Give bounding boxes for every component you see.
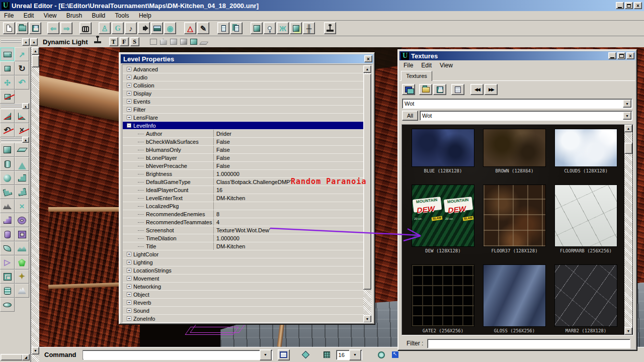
textures-minimize-button[interactable] xyxy=(608,52,616,59)
brush-snap-button[interactable] xyxy=(0,89,15,104)
open-cube-brush-button[interactable] xyxy=(15,227,29,241)
expand-plus-icon[interactable]: + xyxy=(127,252,131,256)
command-combo[interactable]: ▼ xyxy=(83,350,273,360)
split-clip-button[interactable] xyxy=(15,109,29,123)
prop-value[interactable]: Texture'Wot.Wot.Dew' xyxy=(213,226,364,234)
prop-value[interactable]: False xyxy=(213,154,364,161)
prop-row-localizedpkg[interactable]: LocalizedPkg xyxy=(123,202,364,210)
tree-group-filter[interactable]: +Filter xyxy=(123,106,364,114)
actor-move-button[interactable]: ↗ xyxy=(15,47,29,61)
tree-group-object[interactable]: +Object xyxy=(123,291,364,299)
new-map-button[interactable] xyxy=(3,22,15,34)
prop-row-bneverprecache[interactable]: bNeverPrecacheFalse xyxy=(123,162,364,170)
add-brush-button[interactable] xyxy=(251,22,263,34)
textures-close-button[interactable]: × xyxy=(626,52,634,59)
hollow-cube-brush-button[interactable] xyxy=(0,269,15,284)
vscroll-up-button[interactable]: ▲ xyxy=(32,47,39,55)
texture-thumbnail-marb2[interactable] xyxy=(554,264,617,327)
stairs2-brush-button[interactable] xyxy=(0,213,15,227)
texture-thumbnail-floor37[interactable] xyxy=(483,185,546,247)
prop-value[interactable] xyxy=(213,202,364,210)
texture-tile-dew[interactable]: MOUNTAIN DEW SLAM 20 oz. MOUNTAIN DEW SL… xyxy=(412,185,474,253)
tree-group-events[interactable]: +Events xyxy=(123,98,364,106)
volcano-brush-button[interactable] xyxy=(0,199,15,213)
curved-sheet-brush-button[interactable] xyxy=(0,241,15,255)
prop-row-screenshot[interactable]: ScreenshotTexture'Wot.Wot.Dew' xyxy=(123,226,364,234)
tex-scroll-thumb[interactable] xyxy=(624,143,632,154)
script-editor-button[interactable]: G xyxy=(112,22,124,34)
save-map-button[interactable] xyxy=(29,22,41,34)
dialog-close-button[interactable]: × xyxy=(364,55,372,62)
front-view-button[interactable]: F xyxy=(120,37,129,46)
wireframe-view-icon[interactable] xyxy=(150,39,157,45)
command-dropdown-icon[interactable]: ▼ xyxy=(260,349,272,360)
torus-brush-button[interactable] xyxy=(15,213,29,227)
scene-manager-button[interactable] xyxy=(151,22,163,34)
cylinder-brush-button[interactable] xyxy=(0,157,15,171)
expand-plus-icon[interactable]: + xyxy=(127,268,131,273)
grid-size-select[interactable]: 16 ▼ xyxy=(336,350,362,360)
rotation-grid-button[interactable] xyxy=(375,349,387,360)
tex-menu-edit[interactable]: Edit xyxy=(417,61,436,70)
tree-group-levelinfo[interactable]: -LevelInfo xyxy=(123,122,364,130)
vscroll-thumb[interactable] xyxy=(32,55,39,67)
log-window-button[interactable] xyxy=(278,349,290,360)
vertex-snap-button[interactable] xyxy=(300,349,312,360)
minimize-button[interactable] xyxy=(616,2,624,9)
tree-group-advanced[interactable]: +Advanced xyxy=(123,65,364,73)
polys-view-icon[interactable] xyxy=(170,39,177,45)
tex-scroll-down-button[interactable]: ▼ xyxy=(624,327,632,335)
prop-value[interactable]: False xyxy=(213,162,364,169)
expand-plus-icon[interactable]: + xyxy=(127,67,131,71)
filter-input[interactable] xyxy=(427,339,630,348)
redo-button[interactable]: ⇒ xyxy=(60,22,72,34)
tube-brush-button[interactable] xyxy=(0,227,15,241)
sheet-brush-button[interactable] xyxy=(15,143,29,157)
expand-plus-icon[interactable]: + xyxy=(127,260,131,264)
prop-value[interactable]: False xyxy=(213,146,364,153)
next-group-button[interactable]: ▶▶ xyxy=(485,84,498,95)
menu-file[interactable]: File xyxy=(0,11,18,20)
brush-rotate-button[interactable]: ↻ xyxy=(15,61,29,75)
ellipse-brush-button[interactable] xyxy=(0,298,15,312)
prop-row-bloneplayer[interactable]: bLonePlayerFalse xyxy=(123,154,364,162)
prop-value[interactable]: 1.000000 xyxy=(213,234,364,242)
expand-plus-icon[interactable]: + xyxy=(127,75,131,79)
menu-build[interactable]: Build xyxy=(88,11,110,20)
brush-move-button[interactable] xyxy=(0,61,15,75)
texture-tile-floor37[interactable]: FLOOR37 (128X128) xyxy=(483,185,546,253)
search-actor-button[interactable] xyxy=(79,22,92,34)
actor-scale-button[interactable]: ✣ xyxy=(0,75,15,89)
prop-value[interactable]: 16 xyxy=(213,186,364,194)
texture-tile-gate2[interactable]: GATE2 (256X256) xyxy=(412,264,474,333)
tree-group-lighting[interactable]: +Lighting xyxy=(123,258,364,266)
sound-browser-button[interactable] xyxy=(138,22,150,34)
palette-hscroll[interactable] xyxy=(1,354,23,360)
prop-row-idealplayercount[interactable]: IdealPlayerCount16 xyxy=(123,186,364,194)
command-input[interactable] xyxy=(83,351,260,359)
add-light-button[interactable] xyxy=(264,22,276,34)
tree-group-audio[interactable]: +Audio xyxy=(123,73,364,81)
texture-thumbnail-dew[interactable]: MOUNTAIN DEW SLAM 20 oz. MOUNTAIN DEW SL… xyxy=(412,185,474,247)
cone-brush-button[interactable] xyxy=(15,157,29,171)
prop-value[interactable]: DM-Kitchen xyxy=(213,194,364,202)
package-select[interactable]: Wot ▼ xyxy=(402,99,632,109)
textures-titlebar[interactable]: U Textures × xyxy=(399,51,635,60)
prop-row-bcheckwalksurfaces[interactable]: bCheckWalkSurfacesFalse xyxy=(123,138,364,146)
restore-button[interactable] xyxy=(625,2,633,9)
save-package-button[interactable] xyxy=(433,84,446,95)
prop-value[interactable]: DM-Kitchen xyxy=(213,242,364,250)
clip-marker-button[interactable] xyxy=(0,109,15,123)
cube-brush-button[interactable] xyxy=(0,143,15,157)
zone-view-icon[interactable] xyxy=(160,39,167,45)
menu-brush[interactable]: Brush xyxy=(62,11,86,20)
texture-thumbnail-gloss[interactable] xyxy=(483,264,546,327)
flip-clip-button[interactable]: ↶ xyxy=(0,123,15,137)
top-view-button[interactable]: T xyxy=(109,37,118,46)
open-package-button[interactable] xyxy=(419,84,432,95)
texture-scrollbar[interactable]: ▲ ▼ xyxy=(624,125,632,335)
prop-row-levelentertext[interactable]: LevelEnterTextDM-Kitchen xyxy=(123,194,364,202)
flat-view-icon[interactable] xyxy=(199,42,208,45)
texture-tile-gloss[interactable]: GLOSS (256X256) xyxy=(483,264,546,333)
prop-value[interactable]: False xyxy=(213,138,364,145)
